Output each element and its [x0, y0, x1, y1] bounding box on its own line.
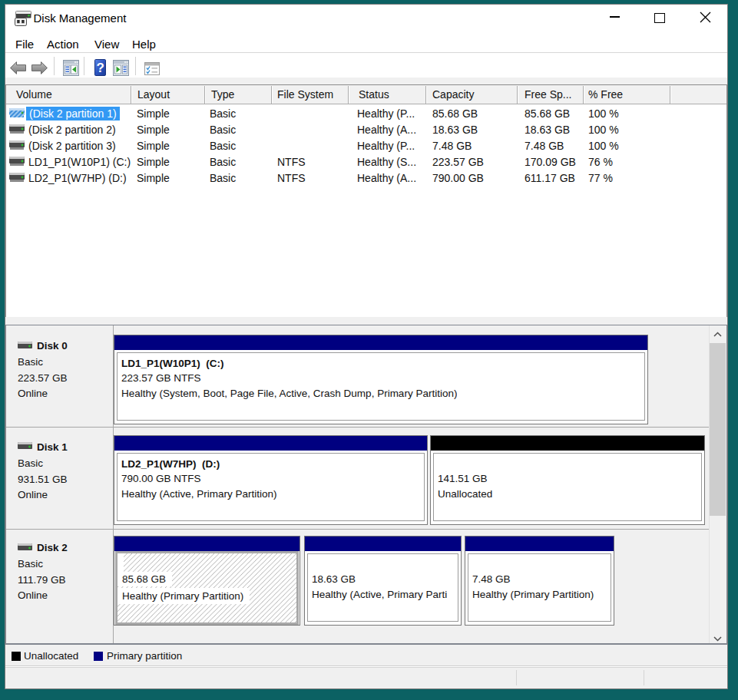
- svg-text:?: ?: [96, 61, 104, 75]
